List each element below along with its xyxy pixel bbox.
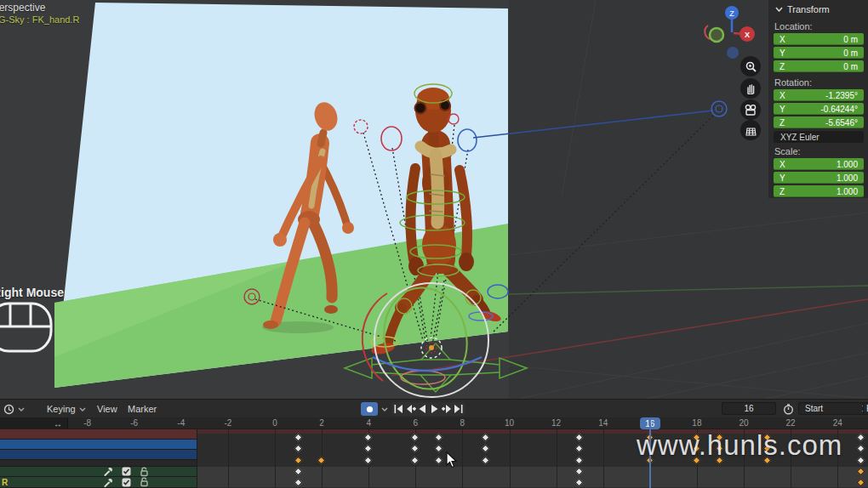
keyframe[interactable] xyxy=(481,434,489,442)
checkbox-checked-icon[interactable] xyxy=(122,467,131,476)
ruler-tick: -8 xyxy=(77,418,98,428)
clock-icon xyxy=(3,404,14,415)
grid-line xyxy=(275,429,276,488)
zoom-tool-button[interactable] xyxy=(740,56,761,77)
timeline-ruler[interactable]: ↔ -8-6-4-20246810121418202224 16 xyxy=(0,417,868,429)
channel-row[interactable] xyxy=(0,450,197,460)
transform-panel-header[interactable]: Transform xyxy=(768,0,868,18)
ruler-zoom-lens[interactable]: ↔ xyxy=(0,417,68,429)
keyframe[interactable] xyxy=(856,457,865,465)
use-preview-range-button[interactable] xyxy=(783,400,794,418)
3d-viewport[interactable]: User Perspective RIG-Sky : FK_hand.R Rig… xyxy=(0,0,868,399)
play-reverse-button[interactable] xyxy=(417,402,428,416)
rotation-x-field[interactable]: X -1.2395° xyxy=(774,89,864,101)
play-button[interactable] xyxy=(429,402,440,416)
keying-menu[interactable]: Keying xyxy=(47,400,86,418)
ortho-toggle-button[interactable] xyxy=(740,120,761,140)
keyframe[interactable] xyxy=(434,457,443,465)
location-label: Location: xyxy=(768,18,868,33)
rotation-fields: X -1.2395° Y -0.64244° Z -5.6546° xyxy=(768,89,868,128)
record-dot-icon xyxy=(366,406,374,413)
play-reverse-icon xyxy=(419,405,426,413)
keyframe[interactable] xyxy=(364,434,373,442)
axis-x-label: X xyxy=(745,31,750,39)
next-keyframe-button[interactable] xyxy=(441,402,452,416)
chevron-down-icon xyxy=(381,407,388,411)
location-x-field[interactable]: X 0 m xyxy=(774,33,864,45)
auto-keying-button[interactable] xyxy=(361,402,378,416)
editor-type-button[interactable] xyxy=(3,400,25,418)
marker-menu[interactable]: Marker xyxy=(128,400,157,418)
next-keyframe-icon xyxy=(442,405,452,413)
channel-row[interactable] xyxy=(0,467,197,477)
camera-view-button[interactable] xyxy=(740,99,761,120)
view-menu[interactable]: View xyxy=(97,400,117,418)
chevron-down-icon xyxy=(775,7,783,12)
channel-row[interactable] xyxy=(0,440,197,450)
gizmo-center-dot xyxy=(429,345,434,350)
channel-icons xyxy=(104,477,149,487)
keyframe[interactable] xyxy=(434,445,443,453)
pan-hand-icon xyxy=(745,83,757,94)
checkbox-checked-icon[interactable] xyxy=(122,478,131,487)
scale-y-field[interactable]: Y 1.000 xyxy=(774,172,864,184)
ruler-tick: 14 xyxy=(593,418,614,428)
keyframe[interactable] xyxy=(411,457,420,465)
ruler-tick: 0 xyxy=(265,418,285,428)
rotation-z-field[interactable]: Z -5.6546° xyxy=(774,116,864,128)
keyframe[interactable] xyxy=(411,434,420,442)
navigation-gizmo[interactable]: Z X xyxy=(698,2,766,61)
rotation-mode-dropdown[interactable]: XYZ Euler xyxy=(774,131,864,143)
keyframe[interactable] xyxy=(481,457,489,465)
jump-end-button[interactable] xyxy=(453,402,464,416)
channel-row[interactable] xyxy=(0,429,197,440)
camera-icon xyxy=(745,105,757,116)
keyframe[interactable] xyxy=(481,445,489,453)
prev-keyframe-button[interactable] xyxy=(405,402,416,416)
rotation-label: Rotation: xyxy=(768,74,868,89)
channel-row[interactable] xyxy=(0,460,197,467)
keyframe[interactable] xyxy=(856,434,865,442)
keyframe[interactable] xyxy=(575,457,584,465)
wrench-icon xyxy=(104,467,113,476)
grid-line xyxy=(557,429,557,488)
keyframe[interactable] xyxy=(364,445,373,453)
current-frame-field[interactable]: 16 xyxy=(722,402,776,415)
keying-set-dropdown[interactable] xyxy=(381,400,388,418)
grid-line xyxy=(603,429,604,488)
prev-keyframe-icon xyxy=(406,405,416,413)
mouse-icon xyxy=(0,301,58,354)
keyframe[interactable] xyxy=(364,457,373,465)
keyframe[interactable] xyxy=(294,457,302,465)
keyframe[interactable] xyxy=(317,457,326,465)
frame-end-field[interactable]: End xyxy=(863,402,868,415)
ruler-tick: -6 xyxy=(124,418,145,428)
location-z-field[interactable]: Z 0 m xyxy=(774,60,864,72)
keyframe[interactable] xyxy=(575,445,584,453)
ruler-tick: 12 xyxy=(546,418,567,428)
grid-line xyxy=(462,429,463,488)
scale-x-field[interactable]: X 1.000 xyxy=(774,158,864,170)
ruler-tick: 24 xyxy=(827,418,848,428)
keyframe[interactable] xyxy=(856,445,865,453)
keyframe[interactable] xyxy=(294,434,302,442)
mouse-hint-label: Right Mouse xyxy=(0,286,64,299)
transform-panel-title: Transform xyxy=(787,4,830,14)
jump-start-button[interactable] xyxy=(393,402,404,416)
keyframe[interactable] xyxy=(294,445,302,453)
keyframe[interactable] xyxy=(575,434,584,442)
stopwatch-icon xyxy=(783,404,794,415)
frame-start-field[interactable]: Start 1 xyxy=(798,402,868,415)
unlock-icon[interactable] xyxy=(140,477,149,487)
keyframe[interactable] xyxy=(434,434,443,442)
chevron-down-icon xyxy=(18,407,25,411)
keyframe[interactable] xyxy=(411,445,420,453)
channel-row[interactable]: R xyxy=(0,477,197,488)
playback-controls xyxy=(391,402,465,416)
location-y-field[interactable]: Y 0 m xyxy=(774,47,864,59)
pan-tool-button[interactable] xyxy=(740,78,761,99)
mouse-cursor xyxy=(446,451,458,468)
unlock-icon[interactable] xyxy=(140,467,149,477)
rotation-y-field[interactable]: Y -0.64244° xyxy=(774,103,864,115)
scale-z-field[interactable]: Z 1.000 xyxy=(774,185,864,197)
